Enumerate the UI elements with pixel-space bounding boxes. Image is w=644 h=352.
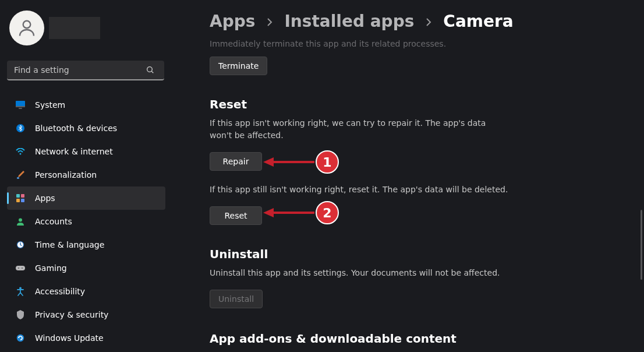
system-icon <box>15 100 26 110</box>
uninstall-heading: Uninstall <box>210 247 609 261</box>
svg-point-20 <box>17 335 24 342</box>
repair-button[interactable]: Repair <box>210 152 262 171</box>
sidebar-item-system[interactable]: System <box>7 93 165 117</box>
svg-rect-16 <box>16 266 25 270</box>
sidebar-item-gaming[interactable]: Gaming <box>7 256 165 280</box>
update-icon <box>15 333 26 343</box>
sidebar-item-accounts[interactable]: Accounts <box>7 210 165 233</box>
terminate-button[interactable]: Terminate <box>210 57 267 75</box>
svg-point-7 <box>20 153 22 155</box>
search-box[interactable] <box>7 61 168 80</box>
breadcrumb-installed-apps[interactable]: Installed apps <box>284 12 414 31</box>
uninstall-button: Uninstall <box>210 290 263 308</box>
svg-rect-11 <box>16 199 20 202</box>
svg-point-18 <box>22 267 23 269</box>
accounts-icon <box>15 216 26 227</box>
repair-desc: If this app isn't working right, we can … <box>210 117 489 142</box>
svg-point-17 <box>18 267 19 269</box>
gaming-icon <box>15 263 26 273</box>
sidebar-label: Personalization <box>35 170 97 179</box>
svg-point-0 <box>23 21 31 29</box>
reset-heading: Reset <box>210 97 609 111</box>
chevron-right-icon <box>426 12 431 31</box>
sidebar-label: Apps <box>35 193 55 203</box>
svg-rect-8 <box>17 177 19 179</box>
sidebar-label: Gaming <box>35 263 67 273</box>
svg-point-13 <box>19 219 22 222</box>
sidebar-item-bluetooth[interactable]: Bluetooth & devices <box>7 117 165 140</box>
settings-nav: System Bluetooth & devices Network & int… <box>7 93 165 350</box>
avatar <box>9 10 44 45</box>
sidebar-label: Accessibility <box>35 287 85 296</box>
shield-icon <box>15 309 26 320</box>
breadcrumb-apps[interactable]: Apps <box>210 12 255 31</box>
addons-heading: App add-ons & downloadable content <box>210 332 609 346</box>
accessibility-icon <box>15 286 26 297</box>
user-name-redacted <box>49 17 100 39</box>
svg-rect-12 <box>21 199 24 202</box>
sidebar-item-privacy[interactable]: Privacy & security <box>7 303 165 326</box>
wifi-icon <box>15 146 26 157</box>
page-title: Camera <box>443 12 513 31</box>
svg-rect-9 <box>16 194 20 198</box>
sidebar-label: Time & language <box>35 240 104 249</box>
svg-rect-4 <box>16 106 25 107</box>
terminate-desc: Immediately terminate this app and its r… <box>210 39 609 48</box>
sidebar-item-personalization[interactable]: Personalization <box>7 163 165 186</box>
reset-desc: If this app still isn't working right, r… <box>210 184 571 196</box>
clock-icon <box>15 240 26 250</box>
sidebar-label: Privacy & security <box>35 310 108 319</box>
sidebar-label: Network & internet <box>35 147 113 156</box>
svg-rect-5 <box>19 108 22 109</box>
reset-button[interactable]: Reset <box>210 206 262 225</box>
svg-point-1 <box>147 67 153 72</box>
sidebar-item-network[interactable]: Network & internet <box>7 140 165 163</box>
sidebar-item-accessibility[interactable]: Accessibility <box>7 280 165 303</box>
sidebar-label: System <box>35 100 65 110</box>
sidebar-item-apps[interactable]: Apps <box>7 186 165 210</box>
svg-rect-10 <box>21 194 24 198</box>
sidebar-item-time-language[interactable]: Time & language <box>7 233 165 256</box>
brush-icon <box>15 170 26 180</box>
sidebar-item-windows-update[interactable]: Windows Update <box>7 326 165 350</box>
uninstall-desc: Uninstall this app and its settings. You… <box>210 267 571 279</box>
breadcrumb: Apps Installed apps Camera <box>210 12 609 31</box>
search-icon <box>146 65 155 77</box>
sidebar-label: Accounts <box>35 217 72 226</box>
user-profile[interactable] <box>7 10 168 45</box>
sidebar-label: Windows Update <box>35 333 104 343</box>
sidebar-label: Bluetooth & devices <box>35 124 117 133</box>
search-input[interactable] <box>7 61 164 80</box>
bluetooth-icon <box>15 123 26 133</box>
svg-point-19 <box>19 287 22 290</box>
svg-line-2 <box>151 71 153 73</box>
chevron-right-icon <box>267 12 273 31</box>
apps-icon <box>15 193 26 203</box>
scrollbar-thumb[interactable] <box>641 210 642 280</box>
